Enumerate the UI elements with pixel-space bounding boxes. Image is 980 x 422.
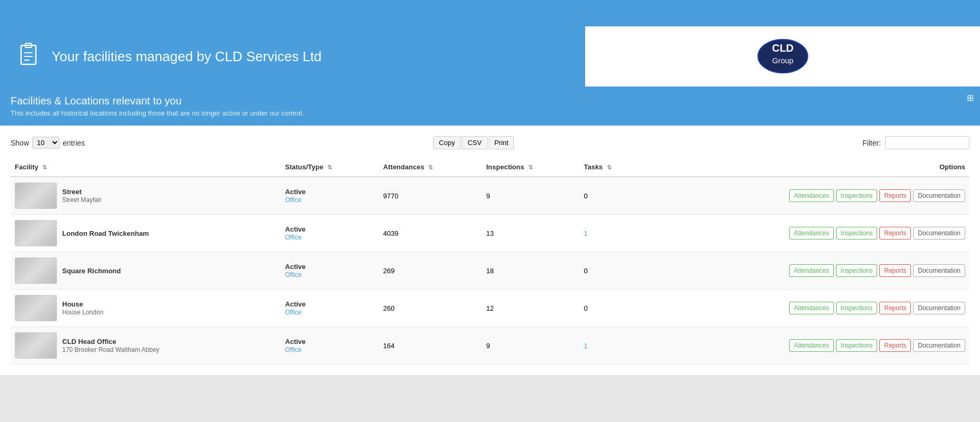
sort-attendances-icon[interactable]: ⇅	[428, 164, 433, 171]
inspections-cell-4: 9	[482, 327, 579, 365]
svg-text:CLD: CLD	[772, 42, 793, 54]
attendances-button-row-2[interactable]: Attendances	[789, 264, 834, 277]
entries-label: entries	[63, 139, 85, 147]
csv-button[interactable]: CSV	[462, 136, 488, 149]
facility-cell-2: Square Richmond	[11, 252, 281, 290]
content-area: Show 10 25 50 100 entries Copy CSV Print…	[0, 126, 980, 375]
header-section: Your facilities managed by CLD Services …	[0, 26, 980, 87]
inspections-cell-0: 9	[482, 177, 579, 215]
inspections-button-row-0[interactable]: Inspections	[836, 189, 878, 202]
clipboard-icon	[16, 42, 41, 71]
tasks-cell-0: 0	[579, 177, 643, 215]
filter-section: Filter:	[862, 136, 969, 149]
options-cell-1: AttendancesInspectionsReportsDocumentati…	[643, 215, 969, 252]
print-button[interactable]: Print	[489, 136, 515, 149]
documentation-button-row-4[interactable]: Documentation	[913, 339, 965, 352]
facility-name: House	[62, 300, 103, 308]
table-header-row: Facility ⇅ Status/Type ⇅ Attendances ⇅ I…	[11, 158, 969, 177]
attendances-cell-2: 269	[379, 252, 482, 290]
tasks-cell-4: 1	[579, 327, 643, 365]
entries-select[interactable]: 10 25 50 100	[32, 137, 60, 149]
status-cell-2: Active Office	[281, 252, 379, 290]
table-row: London Road Twickenham Active Office4039…	[11, 215, 969, 252]
header-blue: Your facilities managed by CLD Services …	[0, 26, 585, 87]
facility-cell-1: London Road Twickenham	[11, 215, 281, 252]
sort-tasks-icon[interactable]: ⇅	[607, 164, 612, 171]
status-active: Active	[285, 263, 375, 271]
th-facility: Facility ⇅	[11, 158, 281, 177]
facility-cell-3: House House London	[11, 290, 281, 327]
facility-cell-4: CLD Head Office 170 Brooker Road Waltham…	[11, 327, 281, 365]
options-cell-0: AttendancesInspectionsReportsDocumentati…	[643, 177, 969, 215]
th-tasks: Tasks ⇅	[579, 158, 643, 177]
documentation-button-row-0[interactable]: Documentation	[913, 189, 965, 202]
status-cell-3: Active Office	[281, 290, 379, 327]
options-cell-2: AttendancesInspectionsReportsDocumentati…	[643, 252, 969, 290]
inspections-cell-1: 13	[482, 215, 579, 252]
facility-thumb	[15, 183, 57, 209]
reports-button-row-2[interactable]: Reports	[879, 264, 911, 277]
top-bar	[0, 0, 980, 26]
facility-sub: 170 Brooker Road Waltham Abbey	[62, 346, 159, 353]
attendances-cell-3: 260	[379, 290, 482, 327]
status-active: Active	[285, 188, 375, 196]
tasks-cell-1: 1	[579, 215, 643, 252]
task-link[interactable]: 1	[584, 229, 587, 237]
reports-button-row-0[interactable]: Reports	[879, 189, 911, 202]
documentation-button-row-3[interactable]: Documentation	[913, 302, 965, 314]
attendances-button-row-4[interactable]: Attendances	[789, 339, 834, 352]
table-row: House House London Active Office260120At…	[11, 290, 969, 327]
documentation-button-row-1[interactable]: Documentation	[913, 227, 965, 239]
filter-input[interactable]	[885, 136, 969, 149]
attendances-button-row-0[interactable]: Attendances	[789, 189, 834, 202]
inspections-button-row-1[interactable]: Inspections	[836, 227, 878, 239]
inspections-button-row-2[interactable]: Inspections	[836, 264, 878, 277]
tasks-cell-2: 0	[579, 252, 643, 290]
status-cell-4: Active Office	[281, 327, 379, 365]
show-label: Show	[11, 139, 29, 147]
reports-button-row-4[interactable]: Reports	[879, 339, 911, 352]
status-type: Office	[285, 271, 302, 279]
status-active: Active	[285, 300, 375, 308]
header-title: Your facilities managed by CLD Services …	[52, 49, 322, 65]
inspections-cell-3: 12	[482, 290, 579, 327]
status-type: Office	[285, 346, 302, 353]
facility-name: Street	[62, 188, 102, 196]
cld-logo: CLD Group	[756, 38, 809, 75]
attendances-button-row-1[interactable]: Attendances	[789, 227, 834, 239]
facility-thumb	[15, 295, 57, 321]
inspections-cell-2: 18	[482, 252, 579, 290]
sort-inspections-icon[interactable]: ⇅	[528, 164, 533, 171]
header-logo: CLD Group	[585, 26, 980, 87]
attendances-button-row-3[interactable]: Attendances	[789, 302, 834, 314]
reports-button-row-3[interactable]: Reports	[879, 302, 911, 314]
section-header: Facilities & Locations relevant to you T…	[0, 87, 980, 126]
facility-sub: House London	[62, 309, 103, 316]
inspections-button-row-4[interactable]: Inspections	[836, 339, 878, 352]
status-type: Office	[285, 309, 302, 316]
attendances-cell-1: 4039	[379, 215, 482, 252]
facility-cell-0: Street Street Mayfair	[11, 177, 281, 215]
inspections-button-row-3[interactable]: Inspections	[836, 302, 878, 314]
section-subtitle: This includes all historical locations i…	[11, 109, 969, 117]
status-cell-0: Active Office	[281, 177, 379, 215]
documentation-button-row-2[interactable]: Documentation	[913, 264, 965, 277]
th-attendances: Attendances ⇅	[379, 158, 482, 177]
attendances-cell-0: 9770	[379, 177, 482, 215]
task-link[interactable]: 1	[584, 342, 587, 350]
export-buttons: Copy CSV Print	[433, 136, 515, 149]
copy-button[interactable]: Copy	[433, 136, 461, 149]
svg-rect-0	[21, 45, 36, 64]
section-title: Facilities & Locations relevant to you	[11, 95, 969, 107]
facility-name: Square Richmond	[62, 267, 121, 275]
th-inspections: Inspections ⇅	[482, 158, 579, 177]
table-row: Street Street Mayfair Active Office97709…	[11, 177, 969, 215]
sort-status-icon[interactable]: ⇅	[327, 164, 332, 171]
sort-facility-icon[interactable]: ⇅	[42, 164, 47, 171]
status-active: Active	[285, 225, 375, 233]
reports-button-row-1[interactable]: Reports	[879, 227, 911, 239]
attendances-cell-4: 164	[379, 327, 482, 365]
expand-icon[interactable]: ⊞	[967, 93, 974, 103]
facility-name: London Road Twickenham	[62, 229, 149, 237]
status-type: Office	[285, 196, 302, 204]
